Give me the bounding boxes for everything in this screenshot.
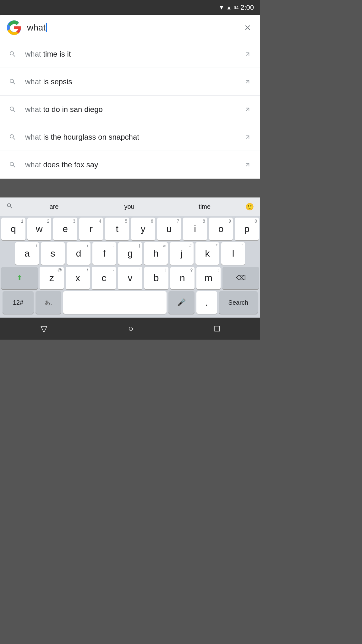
keyboard-keys: 1q2w3e4r5t6y7u8i9o0p \a_s(d:f)g&h#j*k"l … [0, 216, 260, 318]
suggestion-item-0[interactable]: what time is it [0, 40, 260, 68]
key-main-label: m [205, 273, 212, 283]
status-icons: ▼ ▲ 64 2:00 [219, 3, 254, 12]
mic-key[interactable]: 🎤 [168, 291, 194, 314]
key-c[interactable]: -c [92, 267, 116, 289]
language-key[interactable]: あ, [36, 291, 61, 314]
mic-icon: 🎤 [177, 299, 186, 306]
key-g[interactable]: )g [118, 242, 142, 265]
wifi-icon: ▼ [219, 4, 224, 11]
suggestion-arrow-icon-2 [241, 103, 254, 116]
key-main-label: o [218, 224, 224, 234]
suggestion-search-icon-0 [6, 48, 19, 60]
key-e[interactable]: 3e [53, 218, 77, 240]
key-w[interactable]: 2w [27, 218, 52, 240]
key-p[interactable]: 0p [235, 218, 259, 240]
backspace-icon: ⌫ [236, 275, 246, 281]
key-m[interactable]: ;m [196, 267, 221, 289]
key-main-label: h [153, 249, 159, 258]
suggestions-list: what time is itwhat is sepsiswhat to do … [0, 40, 260, 179]
suggestion-search-icon-3 [6, 131, 19, 143]
search-input-area[interactable]: what [27, 23, 236, 33]
period-key[interactable]: . [196, 291, 217, 314]
key-sub-label: \ [36, 243, 37, 248]
key-main-label: d [76, 249, 81, 258]
key-sub-label: 1 [21, 219, 24, 223]
clear-button[interactable] [241, 21, 254, 34]
key-main-label: q [11, 224, 16, 234]
key-main-label: e [63, 224, 68, 234]
key-sub-label: " [242, 243, 243, 248]
suggestion-item-4[interactable]: what does the fox say [0, 151, 260, 179]
key-u[interactable]: 7u [157, 218, 181, 240]
symbols-key[interactable]: 12# [3, 291, 34, 314]
key-row-2: \a_s(d:f)g&h#j*k"l [1, 242, 259, 265]
suggestion-text-1: what is sepsis [19, 77, 241, 86]
suggestion-search-icon-1 [6, 75, 19, 88]
shift-key[interactable]: ⬆ [1, 267, 38, 289]
key-h[interactable]: &h [144, 242, 168, 265]
battery-icon: 64 [234, 5, 239, 10]
search-bar: what [0, 15, 260, 40]
key-sub-label: ? [190, 268, 193, 272]
key-v[interactable]: 'v [118, 267, 142, 289]
key-y[interactable]: 6y [131, 218, 155, 240]
emoji-icon[interactable]: 🙂 [242, 203, 257, 211]
status-time: 2:00 [240, 3, 254, 12]
nav-home-icon[interactable]: ○ [128, 324, 134, 334]
search-key[interactable]: Search [219, 291, 258, 314]
suggestion-text-3: what is the hourglass on snapchat [19, 133, 241, 142]
key-b[interactable]: !b [144, 267, 168, 289]
kb-suggestion-time[interactable]: time [167, 203, 242, 210]
key-sub-label: _ [60, 243, 63, 248]
key-q[interactable]: 1q [1, 218, 25, 240]
suggestion-item-1[interactable]: what is sepsis [0, 68, 260, 96]
key-main-label: w [36, 224, 43, 234]
suggestion-search-icon-2 [6, 103, 19, 116]
key-sub-label: ) [139, 243, 140, 248]
nav-back-icon[interactable]: ▽ [41, 324, 47, 334]
key-z[interactable]: @z [40, 267, 64, 289]
key-sub-label: - [113, 268, 114, 272]
kb-suggestion-are[interactable]: are [16, 203, 92, 210]
key-main-label: u [167, 224, 172, 234]
key-row-4: 12#あ,🎤.Search [1, 291, 259, 316]
key-a[interactable]: \a [15, 242, 39, 265]
key-s[interactable]: _s [41, 242, 65, 265]
key-main-label: y [141, 224, 145, 234]
key-sub-label: 9 [229, 219, 231, 223]
key-main-label: i [194, 224, 196, 234]
suggestion-arrow-icon-0 [241, 48, 254, 60]
suggestion-item-3[interactable]: what is the hourglass on snapchat [0, 123, 260, 151]
key-main-label: n [180, 273, 185, 283]
kb-suggestion-you[interactable]: you [92, 203, 167, 210]
key-main-label: f [103, 249, 106, 258]
key-o[interactable]: 9o [209, 218, 233, 240]
backspace-key[interactable]: ⌫ [222, 267, 259, 289]
suggestion-text-0: what time is it [19, 50, 241, 58]
key-j[interactable]: #j [170, 242, 194, 265]
period-label: . [205, 298, 208, 307]
key-sub-label: # [189, 243, 192, 248]
key-sub-label: 5 [125, 219, 127, 223]
key-i[interactable]: 8i [183, 218, 207, 240]
nav-recents-icon[interactable]: □ [214, 324, 220, 334]
key-k[interactable]: *k [195, 242, 219, 265]
space-key[interactable] [63, 291, 167, 314]
key-r[interactable]: 4r [79, 218, 103, 240]
key-sub-label: 2 [47, 219, 49, 223]
key-f[interactable]: :f [92, 242, 116, 265]
key-t[interactable]: 5t [105, 218, 129, 240]
key-sub-label: ; [217, 268, 219, 272]
key-row-1: 1q2w3e4r5t6y7u8i9o0p [1, 218, 259, 240]
key-d[interactable]: (d [67, 242, 90, 265]
key-x[interactable]: /x [66, 267, 90, 289]
key-sub-label: 0 [255, 219, 257, 223]
key-main-label: a [25, 249, 30, 258]
key-l[interactable]: "l [221, 242, 245, 265]
keyboard-search-icon [3, 203, 16, 211]
key-sub-label: ' [140, 268, 140, 272]
suggestion-item-2[interactable]: what to do in san diego [0, 96, 260, 123]
close-icon [244, 24, 252, 32]
keyboard-suggestions-row: are you time 🙂 [0, 197, 260, 216]
key-n[interactable]: ?n [170, 267, 195, 289]
